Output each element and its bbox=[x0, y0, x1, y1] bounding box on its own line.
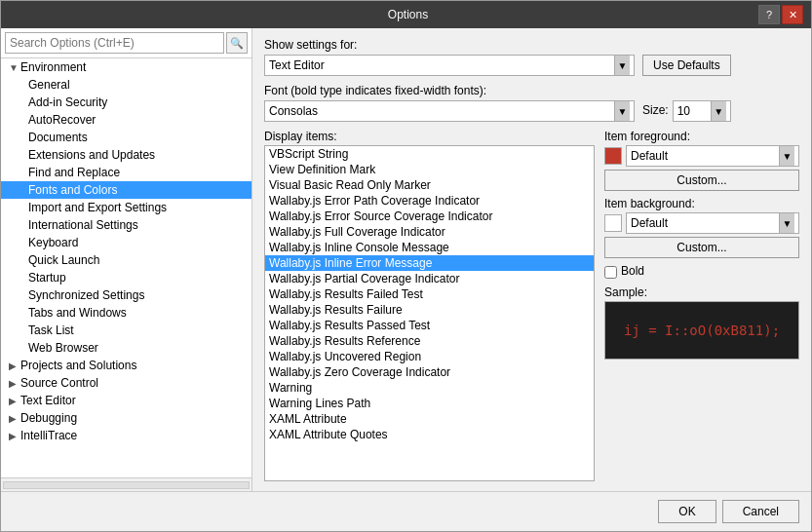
background-row: Default ▼ bbox=[604, 212, 799, 234]
show-settings-arrow[interactable]: ▼ bbox=[614, 56, 630, 75]
tree-item-source-control[interactable]: ▶Source Control bbox=[1, 374, 251, 392]
tree-item-general[interactable]: General bbox=[1, 76, 251, 94]
tree-hscroll[interactable] bbox=[1, 477, 251, 491]
options-dialog: Options ? ✕ 🔍 ▼EnvironmentGeneralAdd-in … bbox=[0, 0, 812, 532]
display-row: Display items: VBScript StringView Defin… bbox=[264, 130, 799, 481]
tree-item-extensions[interactable]: Extensions and Updates bbox=[1, 146, 251, 164]
tree-container[interactable]: ▼EnvironmentGeneralAdd-in SecurityAutoRe… bbox=[1, 58, 251, 477]
list-item[interactable]: Wallaby.js Full Coverage Indicator bbox=[265, 224, 594, 240]
list-item[interactable]: Visual Basic Read Only Marker bbox=[265, 177, 594, 193]
list-item[interactable]: Wallaby.js Results Failure bbox=[265, 302, 594, 318]
tree-item-fonts-colors[interactable]: Fonts and Colors bbox=[1, 181, 251, 199]
tree-item-environment[interactable]: ▼Environment bbox=[1, 58, 251, 76]
show-settings-label: Show settings for: bbox=[264, 38, 799, 52]
tree-item-web-browser[interactable]: Web Browser bbox=[1, 339, 251, 357]
display-items-list[interactable]: VBScript StringView Definition MarkVisua… bbox=[264, 145, 595, 481]
search-button[interactable]: 🔍 bbox=[226, 32, 248, 54]
tree-item-quick-launch[interactable]: Quick Launch bbox=[1, 251, 251, 269]
list-item[interactable]: View Definition Mark bbox=[265, 162, 594, 177]
tree-item-international[interactable]: International Settings bbox=[1, 216, 251, 234]
sample-text: ij = I::oO(0xB811); bbox=[624, 323, 780, 338]
background-arrow[interactable]: ▼ bbox=[779, 213, 794, 233]
background-custom-button[interactable]: Custom... bbox=[604, 237, 799, 258]
tree-item-debugging[interactable]: ▶Debugging bbox=[1, 409, 251, 427]
foreground-label: Item foreground: bbox=[604, 130, 799, 143]
list-item[interactable]: Wallaby.js Results Reference bbox=[265, 333, 594, 349]
list-item[interactable]: Wallaby.js Inline Console Message bbox=[265, 240, 594, 255]
tree-item-autorecover[interactable]: AutoRecover bbox=[1, 111, 251, 129]
tree-item-text-editor[interactable]: ▶Text Editor bbox=[1, 392, 251, 409]
font-row: Font (bold type indicates fixed-width fo… bbox=[264, 84, 799, 122]
tree-item-task-list[interactable]: Task List bbox=[1, 322, 251, 339]
ok-button[interactable]: OK bbox=[658, 500, 715, 523]
size-arrow[interactable]: ▼ bbox=[711, 101, 726, 121]
tree-item-import-export[interactable]: Import and Export Settings bbox=[1, 199, 251, 216]
expand-icon: ▶ bbox=[9, 413, 20, 424]
font-label: Font (bold type indicates fixed-width fo… bbox=[264, 84, 799, 97]
display-items-label: Display items: bbox=[264, 130, 595, 143]
tree-item-documents[interactable]: Documents bbox=[1, 129, 251, 146]
background-section: Item background: Default ▼ Custom... bbox=[604, 197, 799, 258]
list-item[interactable]: Wallaby.js Zero Coverage Indicator bbox=[265, 364, 594, 380]
list-item[interactable]: Wallaby.js Error Source Coverage Indicat… bbox=[265, 209, 594, 224]
hscroll-track[interactable] bbox=[3, 481, 250, 489]
list-item[interactable]: Wallaby.js Results Passed Test bbox=[265, 318, 594, 333]
list-item[interactable]: Warning Lines Path bbox=[265, 396, 594, 411]
expand-icon: ▶ bbox=[9, 378, 20, 389]
tree-item-keyboard[interactable]: Keyboard bbox=[1, 234, 251, 251]
use-defaults-button[interactable]: Use Defaults bbox=[642, 55, 731, 76]
item-props-col: Item foreground: Default ▼ Custom... bbox=[604, 130, 799, 481]
left-panel: 🔍 ▼EnvironmentGeneralAdd-in SecurityAuto… bbox=[1, 28, 252, 491]
close-button[interactable]: ✕ bbox=[782, 5, 803, 24]
list-item[interactable]: XAML Attribute Quotes bbox=[265, 427, 594, 442]
foreground-combo[interactable]: Default ▼ bbox=[626, 145, 799, 167]
tree-item-add-in-security[interactable]: Add-in Security bbox=[1, 94, 251, 111]
title-controls: ? ✕ bbox=[758, 5, 803, 24]
tree-item-projects[interactable]: ▶Projects and Solutions bbox=[1, 357, 251, 374]
expand-icon: ▶ bbox=[9, 396, 20, 406]
list-item[interactable]: Warning bbox=[265, 380, 594, 396]
foreground-row: Default ▼ bbox=[604, 145, 799, 167]
background-label: Item background: bbox=[604, 197, 799, 210]
tree-item-find-replace[interactable]: Find and Replace bbox=[1, 164, 251, 181]
bold-row: Bold bbox=[604, 264, 799, 280]
help-button[interactable]: ? bbox=[758, 5, 780, 24]
display-items-col: Display items: VBScript StringView Defin… bbox=[264, 130, 595, 481]
background-value: Default bbox=[631, 216, 779, 230]
dialog-footer: OK Cancel bbox=[1, 491, 811, 531]
font-arrow[interactable]: ▼ bbox=[614, 101, 630, 121]
right-panel: Show settings for: Text Editor ▼ Use Def… bbox=[252, 28, 811, 491]
show-settings-row: Show settings for: Text Editor ▼ Use Def… bbox=[264, 38, 799, 76]
show-settings-value: Text Editor bbox=[269, 58, 614, 72]
foreground-custom-button[interactable]: Custom... bbox=[604, 170, 799, 191]
sample-box: ij = I::oO(0xB811); bbox=[604, 301, 799, 360]
font-combo[interactable]: Consolas ▼ bbox=[264, 100, 635, 122]
dialog-title: Options bbox=[58, 8, 758, 21]
dialog-body: 🔍 ▼EnvironmentGeneralAdd-in SecurityAuto… bbox=[1, 28, 811, 491]
bold-label: Bold bbox=[621, 264, 644, 278]
show-settings-combo[interactable]: Text Editor ▼ bbox=[264, 55, 635, 76]
foreground-arrow[interactable]: ▼ bbox=[779, 146, 794, 166]
list-item[interactable]: VBScript String bbox=[265, 146, 594, 162]
size-combo[interactable]: 10 ▼ bbox=[673, 100, 731, 122]
font-value: Consolas bbox=[269, 104, 614, 118]
list-item[interactable]: Wallaby.js Inline Error Message bbox=[265, 255, 594, 271]
search-input[interactable] bbox=[5, 32, 224, 54]
list-item[interactable]: Wallaby.js Partial Coverage Indicator bbox=[265, 271, 594, 286]
tree-item-intellitrace[interactable]: ▶IntelliTrace bbox=[1, 427, 251, 444]
foreground-value: Default bbox=[631, 149, 779, 163]
expand-icon: ▶ bbox=[9, 431, 20, 441]
tree-item-tabs-windows[interactable]: Tabs and Windows bbox=[1, 304, 251, 322]
cancel-button[interactable]: Cancel bbox=[722, 500, 799, 523]
tree-item-synced-settings[interactable]: Synchronized Settings bbox=[1, 286, 251, 304]
sample-section: Sample: ij = I::oO(0xB811); bbox=[604, 285, 799, 360]
bold-checkbox[interactable] bbox=[604, 266, 617, 279]
list-item[interactable]: Wallaby.js Error Path Coverage Indicator bbox=[265, 193, 594, 209]
background-combo[interactable]: Default ▼ bbox=[626, 212, 799, 234]
search-box: 🔍 bbox=[1, 28, 251, 58]
tree-item-startup[interactable]: Startup bbox=[1, 269, 251, 286]
size-label: Size: bbox=[642, 103, 669, 117]
list-item[interactable]: XAML Attribute bbox=[265, 411, 594, 427]
list-item[interactable]: Wallaby.js Results Failed Test bbox=[265, 286, 594, 302]
list-item[interactable]: Wallaby.js Uncovered Region bbox=[265, 349, 594, 364]
